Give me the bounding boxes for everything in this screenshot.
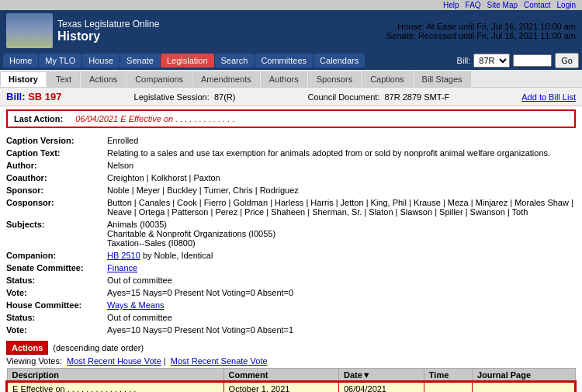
- col-description: Description: [7, 369, 223, 383]
- caption-version-row: Caption Version: Enrolled: [6, 134, 576, 147]
- companion-label: Companion:: [6, 251, 107, 260]
- caption-text-label: Caption Text:: [6, 148, 107, 158]
- col-comment: Comment: [223, 369, 338, 383]
- actions-label: Actions: [6, 341, 48, 355]
- companion-value: HB 2510 by Noble, Identical: [107, 251, 576, 260]
- actions-desc: (descending date order): [53, 343, 144, 352]
- subjects-row: Subjects: Animals (I0035) Charitable & N…: [6, 218, 576, 249]
- nav-mytlo[interactable]: My TLO: [39, 54, 81, 68]
- senate-status-row: Status: Out of committee: [6, 274, 576, 286]
- senate-committee-row: Senate Committee: Finance: [6, 262, 576, 274]
- house-status-value: Out of committee: [107, 313, 576, 322]
- sub-nav: History Text Actions Companions Amendmen…: [0, 70, 582, 88]
- nav-search[interactable]: Search: [215, 54, 255, 68]
- table-row: E Effective on . . . . . . . . . . . . .…: [7, 382, 575, 392]
- bill-label: Bill:: [457, 56, 471, 65]
- last-action-row: Last Action: 06/04/2021 E Effective on .…: [6, 109, 576, 128]
- nav-legislation[interactable]: Legislation: [161, 54, 214, 68]
- nav-home[interactable]: Home: [3, 54, 38, 68]
- actions-table: Description Comment Date▼ Time Journal P…: [6, 368, 576, 392]
- senate-status: Senate: Recessed until Fri, Jul 16, 2021…: [386, 31, 576, 40]
- tab-sponsors[interactable]: Sponsors: [308, 71, 361, 87]
- house-status-label: Status:: [6, 313, 107, 322]
- table-cell: E Effective on . . . . . . . . . . . . .…: [7, 382, 223, 392]
- cosponsor-row: Cosponsor: Button | Canales | Cook | Fie…: [6, 196, 576, 218]
- author-value: Nelson: [107, 161, 576, 170]
- bill-search: Bill: 87R Go: [457, 53, 579, 68]
- site-title-line1: Texas Legislature Online: [57, 19, 159, 29]
- nav-house[interactable]: House: [82, 54, 120, 68]
- bill-input[interactable]: [513, 54, 552, 67]
- finance-link[interactable]: Finance: [107, 263, 137, 272]
- bill-number: Bill: SB 197: [6, 91, 62, 102]
- nav-calendars[interactable]: Calendars: [314, 54, 365, 68]
- actions-header: Actions (descending date order): [6, 341, 576, 355]
- site-title: Texas Legislature Online History: [57, 19, 159, 43]
- caption-text-value: Relating to a sales and use tax exemptio…: [107, 148, 576, 158]
- council-label: Council Document:: [307, 92, 379, 102]
- senate-vote-row: Vote: Ayes=15 Nays=0 Present Not Voting=…: [6, 286, 576, 299]
- sitemap-link[interactable]: Site Map: [487, 1, 518, 9]
- subjects-label: Subjects:: [6, 220, 107, 248]
- house-status: House: At Ease until Fri, Jul 16, 2021 1…: [397, 22, 576, 31]
- tab-bill-stages[interactable]: Bill Stages: [414, 71, 471, 87]
- coauthor-value: Creighton | Kolkhorst | Paxton: [107, 173, 576, 182]
- nav-committees[interactable]: Committees: [255, 54, 313, 68]
- house-vote-row: Vote: Ayes=10 Nays=0 Present Not Voting=…: [6, 324, 576, 336]
- senate-status-label: Status:: [6, 276, 107, 285]
- recent-house-vote-link[interactable]: Most Recent House Vote: [67, 356, 161, 366]
- caption-version-value: Enrolled: [107, 136, 576, 145]
- tab-history[interactable]: History: [0, 71, 47, 87]
- council-value: 87R 2879 SMT-F: [385, 92, 450, 102]
- table-cell: [472, 382, 575, 392]
- companion-link[interactable]: HB 2510: [107, 251, 140, 260]
- site-title-line2: History: [57, 29, 159, 43]
- author-label: Author:: [6, 161, 107, 170]
- col-time: Time: [424, 369, 472, 383]
- top-links-bar: Help FAQ Site Map Contact Login: [0, 0, 582, 10]
- coauthor-label: Coauthor:: [6, 173, 107, 182]
- faq-link[interactable]: FAQ: [466, 1, 481, 9]
- house-committee-value: Ways & Means: [107, 300, 576, 310]
- coauthor-row: Coauthor: Creighton | Kolkhorst | Paxton: [6, 172, 576, 184]
- tab-actions[interactable]: Actions: [81, 71, 126, 87]
- companion-suffix: by Noble, Identical: [143, 251, 213, 260]
- senate-committee-value: Finance: [107, 263, 576, 272]
- senate-vote-label: Vote:: [6, 288, 107, 297]
- recent-senate-vote-link[interactable]: Most Recent Senate Vote: [171, 356, 268, 366]
- house-vote-value: Ayes=10 Nays=0 Present Not Voting=0 Abse…: [107, 325, 576, 335]
- ways-means-link[interactable]: Ways & Means: [107, 300, 165, 310]
- tab-companions[interactable]: Companions: [126, 71, 192, 87]
- table-header-row: Description Comment Date▼ Time Journal P…: [7, 369, 575, 383]
- last-action-value: 06/04/2021 E Effective on . . . . . . . …: [75, 114, 234, 123]
- nav-bar: Home My TLO House Senate Legislation Sea…: [0, 51, 582, 70]
- senate-committee-label: Senate Committee:: [6, 263, 107, 272]
- contact-link[interactable]: Contact: [524, 1, 550, 9]
- go-button[interactable]: Go: [555, 53, 579, 68]
- author-row: Author: Nelson: [6, 159, 576, 172]
- login-link[interactable]: Login: [557, 1, 576, 9]
- tab-captions[interactable]: Captions: [362, 71, 412, 87]
- caption-version-label: Caption Version:: [6, 136, 107, 145]
- bill-select[interactable]: 87R: [473, 54, 510, 68]
- nav-senate[interactable]: Senate: [120, 54, 160, 68]
- table-cell: [424, 382, 472, 392]
- col-date: Date▼: [338, 369, 424, 383]
- tab-amendments[interactable]: Amendments: [192, 71, 260, 87]
- help-link[interactable]: Help: [443, 1, 459, 9]
- col-journal-page: Journal Page: [472, 369, 575, 383]
- session-value: 87(R): [214, 92, 236, 102]
- bill-header: Bill: SB 197 Legislative Session: 87(R) …: [0, 88, 582, 106]
- bill-council: Council Document: 87R 2879 SMT-F: [307, 92, 449, 102]
- house-committee-row: House Committee: Ways & Means: [6, 299, 576, 311]
- cosponsor-value: Button | Canales | Cook | Fierro | Goldm…: [107, 198, 576, 217]
- cosponsor-label: Cosponsor:: [6, 198, 107, 217]
- sponsor-row: Sponsor: Noble | Meyer | Buckley | Turne…: [6, 184, 576, 196]
- bill-session: Legislative Session: 87(R): [134, 92, 236, 102]
- session-label: Legislative Session:: [134, 92, 210, 102]
- add-to-bill-list[interactable]: Add to Bill List: [521, 92, 576, 102]
- subjects-value: Animals (I0035) Charitable & Nonprofit O…: [107, 220, 576, 248]
- tab-text[interactable]: Text: [47, 71, 80, 87]
- tab-authors[interactable]: Authors: [261, 71, 307, 87]
- senate-status-value: Out of committee: [107, 276, 576, 285]
